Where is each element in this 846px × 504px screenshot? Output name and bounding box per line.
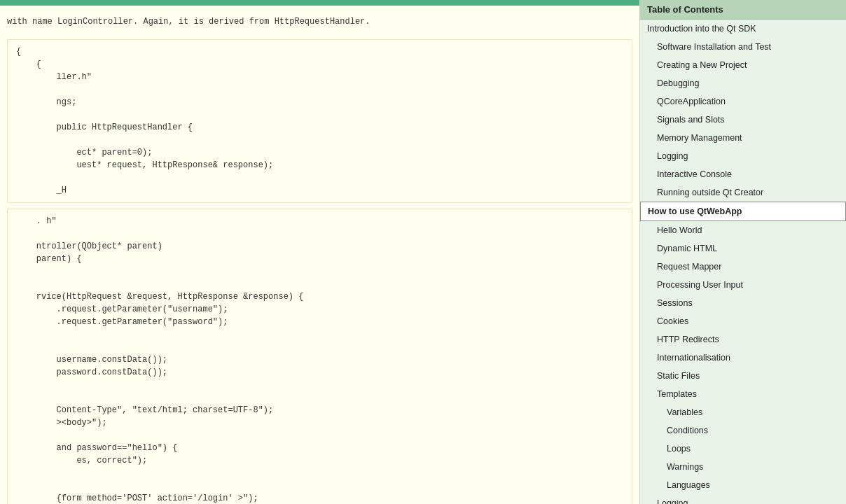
toc-item[interactable]: Introduction into the Qt SDK [640, 20, 846, 38]
top-bar [0, 0, 639, 6]
toc-item[interactable]: Logging [640, 147, 846, 165]
toc-item[interactable]: Processing User Input [640, 276, 846, 294]
toc-item[interactable]: How to use QtWebApp [640, 202, 846, 221]
toc-item[interactable]: HTTP Redirects [640, 330, 846, 349]
toc-item[interactable]: QCoreApplication [640, 92, 846, 111]
main-content: with name LoginController. Again, it is … [0, 0, 639, 504]
toc-item[interactable]: Conditions [640, 421, 846, 440]
toc-item[interactable]: Warnings [640, 458, 846, 476]
toc-item[interactable]: Interactive Console [640, 165, 846, 183]
toc-item[interactable]: Request Mapper [640, 258, 846, 276]
code-block-2: . h" ntroller(QObject* parent) parent) {… [7, 209, 632, 504]
code-text-1: { { ller.h" ngs; public HttpRequestHandl… [16, 46, 623, 197]
toc-item[interactable]: Memory Management [640, 129, 846, 147]
toc-item[interactable]: Debugging [640, 74, 846, 92]
toc-item[interactable]: Templates [640, 385, 846, 403]
code-block-1: { { ller.h" ngs; public HttpRequestHandl… [7, 39, 632, 203]
toc-item[interactable]: Creating a New Project [640, 56, 846, 74]
toc-item[interactable]: Signals and Slots [640, 111, 846, 129]
toc-item[interactable]: Internationalisation [640, 349, 846, 367]
toc-item[interactable]: Loops [640, 440, 846, 458]
toc-item[interactable]: Running outside Qt Creator [640, 183, 846, 202]
toc-item[interactable]: Dynamic HTML [640, 239, 846, 258]
toc-item[interactable]: Sessions [640, 294, 846, 312]
intro-text: with name LoginController. Again, it is … [7, 13, 639, 34]
sidebar[interactable]: Table of Contents Introduction into the … [639, 0, 846, 504]
code-text-2: . h" ntroller(QObject* parent) parent) {… [16, 215, 623, 504]
toc-item[interactable]: Static Files [640, 367, 846, 385]
toc-item[interactable]: Logging [640, 494, 846, 504]
toc-item[interactable]: Variables [640, 403, 846, 421]
toc-title: Table of Contents [640, 0, 846, 20]
toc-item[interactable]: Software Installation and Test [640, 38, 846, 56]
toc-item[interactable]: Languages [640, 476, 846, 494]
toc-list: Introduction into the Qt SDKSoftware Ins… [640, 20, 846, 504]
code-area: with name LoginController. Again, it is … [0, 6, 639, 504]
toc-item[interactable]: Cookies [640, 312, 846, 330]
toc-item[interactable]: Hello World [640, 221, 846, 239]
